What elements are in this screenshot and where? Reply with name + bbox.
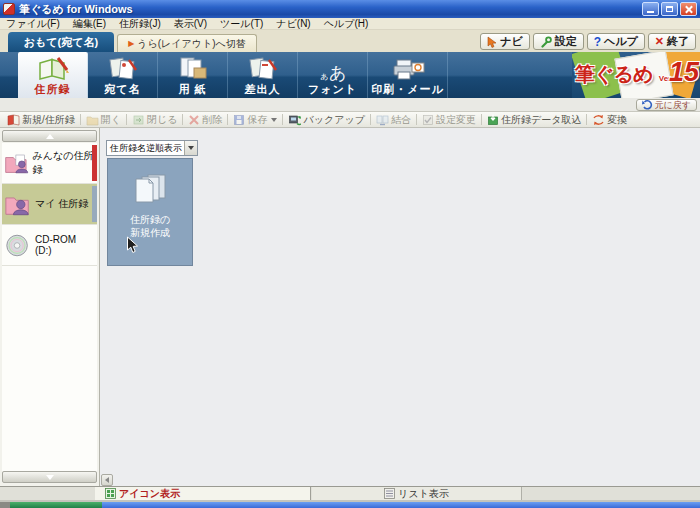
- help-button[interactable]: ? ヘルプ: [587, 33, 645, 50]
- quit-button[interactable]: ✕ 終了: [648, 33, 696, 50]
- logo-version-number: 15: [669, 57, 699, 88]
- folder-person-icon: [4, 192, 32, 217]
- font-icon: ぁあ: [319, 65, 347, 82]
- merge-button[interactable]: 結合: [372, 113, 415, 127]
- quit-x-icon: ✕: [655, 35, 664, 48]
- sort-order-value: 住所録名逆順表示: [107, 142, 184, 155]
- nav-pointer-icon: [487, 36, 497, 48]
- save-button[interactable]: 保存: [229, 113, 281, 127]
- taskbar-edge: [0, 500, 700, 508]
- sort-order-dropdown[interactable]: 住所録名逆順表示: [106, 140, 198, 156]
- menu-view[interactable]: 表示(V): [174, 17, 207, 31]
- menu-file[interactable]: ファイル(F): [6, 17, 60, 31]
- navi-button[interactable]: ナビ: [480, 33, 530, 50]
- quick-buttons: ナビ 設定 ? ヘルプ ✕ 終了: [480, 33, 696, 50]
- open-button[interactable]: 開く: [82, 113, 125, 127]
- toolbar-separator: [481, 114, 482, 125]
- backup-button[interactable]: バックアップ: [284, 113, 368, 127]
- undo-bar: 元に戻す: [0, 98, 700, 112]
- toolbar-separator: [126, 114, 127, 125]
- change-settings-icon: [422, 114, 434, 126]
- toolbar-separator: [227, 114, 228, 125]
- close-addressbook-button[interactable]: 閉じる: [128, 113, 181, 127]
- change-settings-button[interactable]: 設定変更: [418, 113, 480, 127]
- menu-edit[interactable]: 編集(E): [73, 17, 106, 31]
- scroll-down-icon: [46, 475, 54, 480]
- printer-mail-icon: [391, 56, 425, 82]
- window-title: 筆ぐるめ for Windows: [19, 2, 133, 17]
- menu-navi[interactable]: ナビ(N): [276, 17, 310, 31]
- quit-label: 終了: [667, 34, 689, 49]
- paper-icon: [177, 56, 209, 82]
- undo-button[interactable]: 元に戻す: [636, 99, 697, 111]
- font-icon-small-glyph: ぁ: [319, 70, 329, 81]
- addressbook-toolbar: 新規/住所録 開く 閉じる 削除: [0, 112, 700, 128]
- addressbook-list-area: 住所録名逆順表示 住所録の 新規作成: [100, 128, 700, 486]
- icon-view-label: アイコン表示: [119, 487, 180, 501]
- sidebar-scroll-up-button[interactable]: [2, 130, 97, 142]
- minimize-icon: [647, 11, 654, 13]
- tab-list-view[interactable]: リスト表示: [312, 487, 522, 500]
- toolbar-separator: [416, 114, 417, 125]
- ribbon-sender[interactable]: 差出人: [228, 52, 298, 98]
- menu-bar: ファイル(F) 編集(E) 住所録(J) 表示(V) ツール(T) ナビ(N) …: [0, 18, 700, 30]
- sidebar-item-label: マイ 住所録: [35, 197, 88, 211]
- save-dropdown-caret[interactable]: [271, 118, 277, 122]
- icon-view-icon: [105, 488, 116, 499]
- ribbon-addressbook[interactable]: 住所録: [18, 52, 88, 98]
- window-controls: [642, 2, 697, 16]
- import-data-button[interactable]: 住所録データ取込: [483, 113, 585, 127]
- sidebar-empty-area: [2, 266, 97, 471]
- backup-label: バックアップ: [303, 113, 364, 127]
- minimize-button[interactable]: [642, 2, 659, 16]
- tab-icon-view[interactable]: アイコン表示: [95, 487, 311, 500]
- merge-icon: [376, 114, 389, 126]
- convert-label: 変換: [607, 113, 627, 127]
- undo-label: 元に戻す: [655, 99, 691, 112]
- new-addressbook-button[interactable]: 新規/住所録: [3, 113, 79, 127]
- font-icon-big-glyph: あ: [329, 64, 346, 83]
- toolbar-separator: [182, 114, 183, 125]
- ribbon-print-mail-label: 印刷・メール: [371, 84, 444, 95]
- menu-help[interactable]: ヘルプ(H): [324, 17, 369, 31]
- chevron-down-icon: [188, 146, 194, 150]
- ribbon-print-mail[interactable]: 印刷・メール: [368, 52, 448, 98]
- menu-addressbook[interactable]: 住所録(J): [119, 17, 161, 31]
- import-data-label: 住所録データ取込: [501, 113, 581, 127]
- start-button-edge[interactable]: [10, 502, 102, 508]
- restore-button[interactable]: [661, 2, 678, 16]
- selection-indicator-red: [92, 145, 97, 181]
- new-addressbook-label: 新規/住所録: [22, 113, 75, 127]
- sidebar-scroll-down-button[interactable]: [2, 471, 97, 483]
- settings-label: 設定: [555, 34, 577, 49]
- tab-front-address[interactable]: おもて(宛て名): [8, 32, 114, 52]
- toolbar-separator: [80, 114, 81, 125]
- folder-sidebar: みんなの住所録 マイ 住所録: [0, 128, 100, 486]
- horizontal-scroll-left-button[interactable]: [101, 474, 113, 486]
- save-label: 保存: [247, 113, 267, 127]
- convert-icon: [592, 114, 605, 126]
- convert-button[interactable]: 変換: [588, 113, 631, 127]
- ribbon-font[interactable]: ぁあ フォント: [298, 52, 368, 98]
- new-addressbook-icon: [7, 114, 20, 126]
- toolbar-separator: [370, 114, 371, 125]
- delete-button[interactable]: 削除: [184, 113, 226, 127]
- sidebar-item-my-addressbook[interactable]: マイ 住所録: [2, 184, 97, 225]
- new-addressbook-tile[interactable]: 住所録の 新規作成: [107, 158, 193, 266]
- menu-tools[interactable]: ツール(T): [220, 17, 263, 31]
- ribbon-paper-label: 用 紙: [178, 84, 206, 95]
- ribbon-paper[interactable]: 用 紙: [158, 52, 228, 98]
- ribbon-recipient[interactable]: 宛て名: [88, 52, 158, 98]
- tab-switch-to-back[interactable]: ▶ うら(レイアウト)へ切替: [117, 34, 257, 52]
- dropdown-arrow-button[interactable]: [184, 141, 197, 155]
- settings-button[interactable]: 設定: [533, 33, 584, 50]
- close-button[interactable]: [680, 2, 697, 16]
- help-icon: ?: [594, 35, 601, 49]
- close-icon: [685, 5, 693, 13]
- scroll-left-icon: [105, 477, 109, 483]
- sidebar-item-everyones-addressbook[interactable]: みんなの住所録: [2, 143, 97, 184]
- toolbar-separator: [586, 114, 587, 125]
- sidebar-item-label: CD-ROM (D:): [35, 234, 76, 257]
- delete-label: 削除: [202, 113, 222, 127]
- sidebar-item-cdrom[interactable]: CD-ROM (D:): [2, 225, 97, 266]
